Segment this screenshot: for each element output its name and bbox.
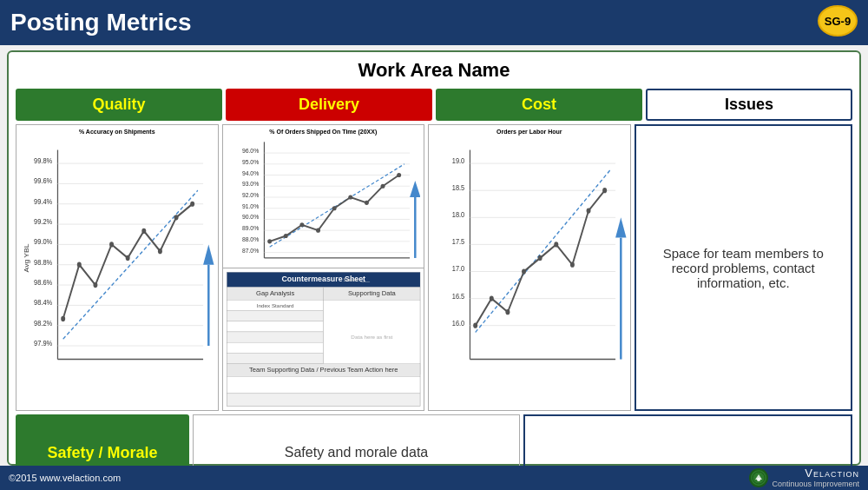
page-title: Posting Metrics (10, 9, 191, 36)
svg-point-64 (364, 201, 368, 205)
svg-text:87.0%: 87.0% (241, 248, 258, 254)
svg-text:99.4%: 99.4% (34, 196, 53, 206)
svg-point-26 (93, 282, 97, 288)
svg-rect-79 (227, 310, 323, 321)
cost-chart-area: Orders per Labor Hour 19.0 18.5 18.0 17.… (428, 124, 631, 411)
svg-point-115 (602, 188, 607, 193)
svg-text:99.8%: 99.8% (34, 156, 53, 165)
delivery-chart-title: % Of Orders Shipped On Time (20XX) (269, 129, 377, 135)
category-cost: Cost (436, 89, 642, 121)
svg-point-29 (141, 228, 146, 234)
header: Posting Metrics SG-9 (0, 0, 868, 45)
quality-chart-area: % Accuracy on Shipments 99.8% 99.6% 99.4… (16, 124, 219, 411)
svg-rect-88 (227, 376, 419, 394)
svg-text:99.6%: 99.6% (34, 176, 53, 186)
issues-content: Space for team members to record problem… (635, 124, 853, 411)
svg-point-112 (554, 242, 558, 247)
quality-chart-title: % Accuracy on Shipments (79, 129, 155, 135)
work-area-title: Work Area Name (16, 59, 852, 82)
svg-text:98.2%: 98.2% (34, 318, 53, 328)
svg-point-30 (158, 248, 162, 254)
svg-text:98.8%: 98.8% (34, 257, 53, 267)
footer: ©2015 www.velaction.com Velaction Contin… (0, 466, 868, 490)
svg-text:19.0: 19.0 (452, 156, 465, 165)
svg-point-31 (174, 215, 179, 220)
svg-text:16.0: 16.0 (452, 318, 465, 328)
brand-name: Velaction (772, 467, 859, 480)
svg-rect-83 (227, 353, 323, 363)
svg-marker-33 (203, 244, 214, 264)
footer-copyright: ©2015 www.velaction.com (9, 473, 121, 483)
svg-text:93.0%: 93.0% (241, 181, 258, 187)
svg-rect-80 (227, 321, 323, 332)
svg-text:90.0%: 90.0% (241, 214, 258, 220)
svg-line-106 (476, 170, 610, 333)
svg-point-25 (77, 262, 82, 268)
category-issues: Issues (646, 89, 852, 121)
svg-marker-116 (615, 217, 626, 237)
delivery-chart-svg: 96.0% 95.0% 94.0% 93.0% 92.0% 91.0% 90.0… (227, 136, 421, 280)
svg-text:18.5: 18.5 (452, 182, 465, 192)
svg-text:Team Supporting Data / Previou: Team Supporting Data / Previous Team Act… (248, 367, 398, 374)
svg-point-113 (570, 262, 575, 268)
delivery-chart-area: % Of Orders Shipped On Time (20XX) 96.0%… (222, 124, 425, 411)
svg-point-114 (587, 208, 591, 213)
svg-point-65 (380, 184, 385, 189)
sg9-badge: SG-9 (818, 5, 858, 36)
issues-text: Space for team members to record problem… (643, 246, 845, 290)
svg-text:99.2%: 99.2% (34, 216, 53, 226)
category-delivery: Delivery (226, 89, 432, 121)
svg-text:97.9%: 97.9% (34, 338, 53, 348)
cost-chart-title: Orders per Labor Hour (496, 129, 562, 135)
svg-text:89.0%: 89.0% (241, 225, 258, 231)
svg-text:17.0: 17.0 (452, 264, 465, 274)
cost-chart-svg: 19.0 18.5 18.0 17.5 17.0 16.5 16.0 (432, 136, 627, 407)
svg-point-119 (757, 478, 760, 481)
main-content: Work Area Name Quality Delivery Cost Iss… (7, 50, 861, 466)
svg-point-62 (332, 206, 336, 210)
svg-point-32 (190, 202, 194, 207)
svg-text:Avg YBL: Avg YBL (23, 243, 30, 273)
svg-text:98.6%: 98.6% (34, 277, 53, 287)
svg-text:Sheet: ___: Sheet: ___ (343, 277, 370, 283)
svg-text:16.5: 16.5 (452, 291, 465, 301)
svg-point-111 (538, 255, 542, 261)
svg-text:99.0%: 99.0% (34, 237, 53, 247)
brand-tagline: Continuous Improvement (772, 480, 859, 489)
svg-text:92.0%: 92.0% (241, 192, 258, 198)
svg-point-24 (61, 316, 65, 321)
svg-rect-89 (227, 394, 419, 407)
svg-point-109 (505, 309, 510, 315)
svg-point-60 (299, 222, 304, 227)
svg-point-107 (473, 323, 477, 328)
quality-chart-svg: 99.8% 99.6% 99.4% 99.2% 99.0% 98.8% 98.6… (20, 136, 214, 407)
svg-text:Supporting Data: Supporting Data (347, 289, 396, 297)
svg-point-61 (316, 228, 320, 233)
svg-marker-67 (410, 181, 420, 197)
svg-text:95.0%: 95.0% (241, 159, 258, 165)
svg-text:18.0: 18.0 (452, 209, 465, 219)
svg-text:98.4%: 98.4% (34, 298, 53, 308)
content-grid: % Accuracy on Shipments 99.8% 99.6% 99.4… (16, 124, 852, 411)
svg-text:91.0%: 91.0% (241, 203, 258, 209)
svg-text:Data here as first: Data here as first (351, 334, 392, 341)
svg-text:94.0%: 94.0% (241, 169, 258, 175)
svg-rect-82 (227, 342, 323, 353)
svg-point-108 (490, 295, 494, 301)
footer-logo-text: Velaction Continuous Improvement (772, 467, 859, 489)
countermeasure-sheet: Countermeasure Sheet Sheet: ___ Gap Anal… (223, 268, 424, 410)
svg-text:88.0%: 88.0% (241, 236, 258, 242)
svg-point-59 (283, 234, 287, 238)
svg-text:17.5: 17.5 (452, 237, 465, 247)
category-quality: Quality (16, 89, 222, 121)
svg-text:Gap Analysis: Gap Analysis (256, 289, 294, 297)
svg-rect-81 (227, 332, 323, 342)
svg-point-66 (397, 173, 401, 177)
svg-point-27 (109, 242, 114, 247)
svg-text:96.0%: 96.0% (241, 148, 258, 154)
category-headers: Quality Delivery Cost Issues (16, 89, 852, 121)
svg-point-58 (267, 239, 272, 243)
velaction-logo-icon (749, 468, 768, 487)
footer-logo: Velaction Continuous Improvement (749, 467, 859, 489)
svg-point-110 (522, 268, 526, 274)
